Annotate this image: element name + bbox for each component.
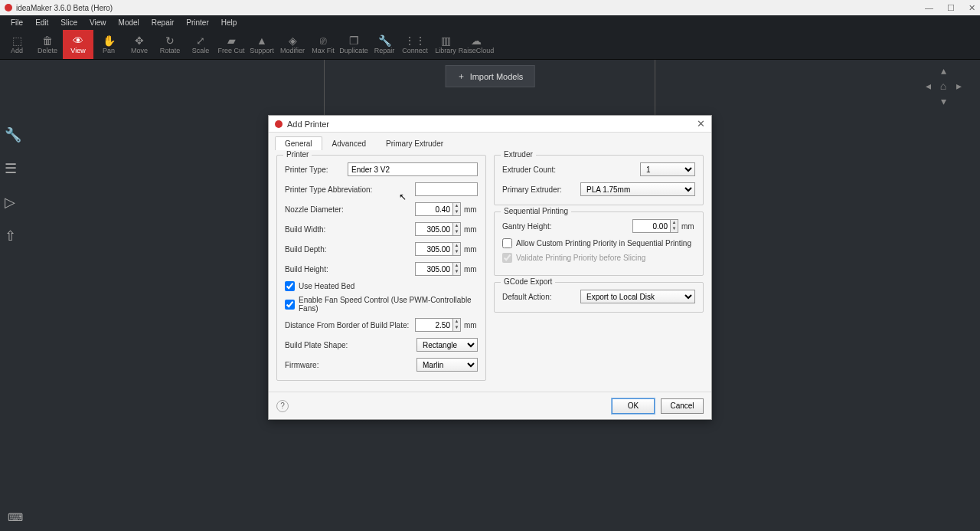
menu-model[interactable]: Model: [113, 18, 145, 27]
bheight-label: Build Height:: [285, 265, 328, 274]
maximize-button[interactable]: ☐: [947, 3, 955, 13]
gantry-spinner[interactable]: ▲▼: [671, 219, 678, 233]
nav-up-icon[interactable]: ▴: [941, 64, 946, 77]
max-fit-icon: ⎚: [320, 34, 326, 47]
dist-spinner[interactable]: ▲▼: [453, 318, 461, 332]
fan-control-check[interactable]: [285, 300, 295, 310]
tab-primary-extruder[interactable]: Primary Extruder: [376, 136, 453, 150]
fan-control-label: Enable Fan Speed Control (Use PWM-Contro…: [299, 296, 478, 313]
rotate-icon: ↻: [165, 34, 175, 47]
menu-help[interactable]: Help: [215, 18, 243, 27]
heated-bed-checkbox[interactable]: Use Heated Bed: [285, 281, 478, 291]
nav-left-icon[interactable]: ◂: [926, 80, 931, 92]
menu-slice[interactable]: Slice: [54, 18, 83, 27]
cancel-button[interactable]: Cancel: [661, 398, 704, 414]
help-button[interactable]: ?: [276, 400, 289, 412]
validate-check: [502, 253, 512, 263]
tool-free-cut[interactable]: ▰Free Cut: [216, 30, 247, 59]
tool-pan[interactable]: ✋Pan: [93, 30, 124, 59]
tool-move[interactable]: ✥Move: [124, 30, 155, 59]
primex-select[interactable]: PLA 1.75mm: [580, 182, 695, 196]
nozzle-spinner[interactable]: ▲▼: [453, 202, 461, 216]
bwidth-label: Build Width:: [285, 225, 325, 234]
nav-down-icon[interactable]: ▾: [941, 95, 946, 107]
bwidth-spinner[interactable]: ▲▼: [453, 222, 461, 236]
nav-right-icon[interactable]: ▸: [956, 80, 962, 92]
dialog-tabs: General Advanced Primary Extruder: [269, 133, 711, 150]
bheight-input[interactable]: [415, 262, 453, 276]
bdepth-spinner[interactable]: ▲▼: [453, 242, 461, 256]
tool-library[interactable]: ▥Library: [430, 30, 461, 59]
excount-select[interactable]: 1: [640, 162, 695, 176]
menu-edit[interactable]: Edit: [29, 18, 54, 27]
gantry-label: Gantry Height:: [502, 222, 551, 231]
toolbar: ⬚Add🗑Delete👁View✋Pan✥Move↻Rotate⤢Scale▰F…: [0, 29, 980, 60]
nav-home-icon[interactable]: ⌂: [940, 80, 946, 92]
app-title: ideaMaker 3.6.0 Beta (Hero): [16, 4, 113, 12]
wrench-icon[interactable]: 🔧: [5, 126, 21, 143]
upload-icon[interactable]: ⇧: [5, 228, 21, 244]
allowcustom-checkbox[interactable]: Allow Custom Printing Priority in Sequen…: [502, 238, 695, 248]
dialog-close-button[interactable]: ✕: [697, 118, 705, 129]
tool-duplicate[interactable]: ❐Duplicate: [338, 30, 369, 59]
menu-view[interactable]: View: [83, 18, 113, 27]
minimize-button[interactable]: —: [925, 3, 933, 13]
keyboard-icon[interactable]: ⌨: [8, 511, 23, 523]
tool-raisecloud[interactable]: ☁RaiseCloud: [461, 30, 492, 59]
tool-support[interactable]: ▲Support: [247, 30, 277, 59]
fan-control-checkbox[interactable]: Enable Fan Speed Control (Use PWM-Contro…: [285, 296, 478, 313]
nozzle-unit: mm: [464, 205, 478, 214]
printer-group-title: Printer: [283, 150, 312, 159]
import-label: Import Models: [470, 72, 524, 81]
bwidth-input[interactable]: [415, 222, 453, 236]
tab-general[interactable]: General: [275, 136, 322, 150]
list-icon[interactable]: ☰: [5, 160, 21, 177]
tab-advanced[interactable]: Advanced: [322, 136, 376, 150]
tool-max-fit[interactable]: ⎚Max Fit: [308, 30, 338, 59]
allowcustom-check[interactable]: [502, 238, 512, 248]
tool-view[interactable]: 👁View: [63, 30, 93, 59]
close-window-button[interactable]: ✕: [969, 3, 975, 13]
heated-bed-check[interactable]: [285, 281, 295, 291]
bdepth-label: Build Depth:: [285, 245, 326, 254]
view-icon: 👁: [73, 34, 83, 47]
ok-button[interactable]: OK: [612, 398, 655, 414]
bdepth-input[interactable]: [415, 242, 453, 256]
tool-scale[interactable]: ⤢Scale: [185, 30, 216, 59]
menu-printer[interactable]: Printer: [180, 18, 214, 27]
dist-input[interactable]: [415, 318, 453, 332]
tool-repair[interactable]: 🔧Repair: [369, 30, 400, 59]
menu-file[interactable]: File: [5, 18, 29, 27]
nav-cube[interactable]: ▴ ◂⌂▸ ▾: [920, 63, 966, 109]
defaction-select[interactable]: Export to Local Disk: [580, 290, 695, 303]
defaction-label: Default Action:: [502, 293, 551, 301]
validate-label: Validate Printing Priority before Slicin…: [516, 254, 645, 262]
firmware-select[interactable]: Marlin: [416, 358, 478, 372]
play-icon[interactable]: ▷: [5, 194, 21, 211]
validate-checkbox: Validate Printing Priority before Slicin…: [502, 253, 695, 263]
import-models-button[interactable]: ＋ Import Models: [446, 65, 535, 87]
add-printer-dialog: Add Printer ✕ General Advanced Primary E…: [268, 115, 712, 420]
tool-connect[interactable]: ⋮⋮Connect: [400, 30, 430, 59]
app-logo-icon: [5, 4, 12, 11]
tool-rotate[interactable]: ↻Rotate: [155, 30, 185, 59]
printer-type-label: Printer Type:: [285, 166, 328, 174]
tool-add[interactable]: ⬚Add: [2, 30, 32, 59]
delete-icon: 🗑: [42, 34, 53, 47]
bheight-spinner[interactable]: ▲▼: [453, 262, 461, 276]
tool-modifier[interactable]: ◈Modifier: [277, 30, 308, 59]
printer-type-input[interactable]: [348, 162, 478, 176]
sequential-group: Sequential Printing Gantry Height: ▲▼ mm…: [494, 211, 704, 276]
abbr-input[interactable]: [415, 182, 478, 196]
excount-label: Extruder Count:: [502, 166, 556, 174]
shape-select[interactable]: Rectangle: [416, 338, 478, 352]
menu-repair[interactable]: Repair: [145, 18, 180, 27]
nozzle-input[interactable]: [415, 202, 453, 216]
gantry-input[interactable]: [632, 219, 671, 233]
add-icon: ⬚: [12, 34, 22, 47]
window-buttons: — ☐ ✕: [925, 3, 975, 13]
library-icon: ▥: [441, 34, 451, 47]
tool-delete[interactable]: 🗑Delete: [32, 30, 63, 59]
raisecloud-icon: ☁: [471, 34, 482, 47]
menubar: File Edit Slice View Model Repair Printe…: [0, 15, 980, 29]
